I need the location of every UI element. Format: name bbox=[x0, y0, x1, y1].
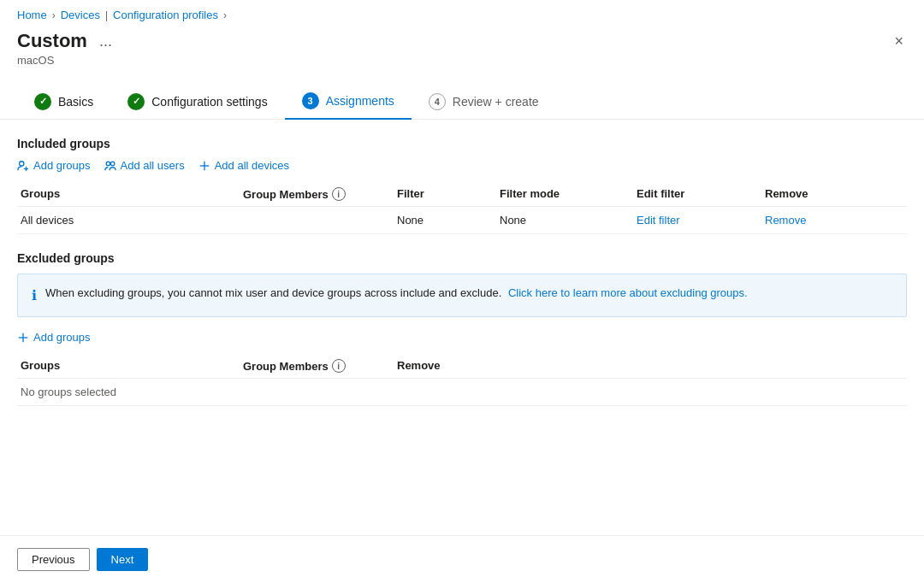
excl-group-members-info-icon[interactable]: i bbox=[332, 359, 346, 373]
table-row: All devices None None Edit filter Remove bbox=[17, 207, 907, 234]
excluded-groups-title: Excluded groups bbox=[17, 251, 907, 265]
step-basics-label: Basics bbox=[58, 95, 93, 109]
row-group-name: All devices bbox=[17, 214, 240, 227]
breadcrumb-sep-pipe: | bbox=[105, 9, 108, 21]
included-table-header: Groups Group Members i Filter Filter mod… bbox=[17, 182, 907, 207]
more-button[interactable]: ... bbox=[94, 31, 117, 52]
excl-col-group-members: Group Members i bbox=[240, 359, 394, 373]
group-members-info-icon[interactable]: i bbox=[332, 187, 346, 201]
step-config-label: Configuration settings bbox=[151, 95, 267, 109]
learn-more-link[interactable]: Click here to learn more about excluding… bbox=[508, 286, 748, 299]
edit-filter-link[interactable]: Edit filter bbox=[637, 214, 680, 227]
svg-point-0 bbox=[20, 161, 24, 165]
add-all-devices-button[interactable]: Add all devices bbox=[198, 159, 289, 172]
step-assignments-label: Assignments bbox=[326, 94, 394, 108]
close-button[interactable]: × bbox=[891, 30, 907, 52]
excluded-groups-section: Excluded groups ℹ When excluding groups,… bbox=[17, 251, 907, 406]
step-config[interactable]: ✓ Configuration settings bbox=[110, 86, 284, 119]
breadcrumb-sep2: › bbox=[223, 9, 227, 21]
add-all-devices-icon bbox=[198, 160, 210, 172]
excluded-add-groups-label: Add groups bbox=[33, 331, 91, 344]
excl-col-remove: Remove bbox=[394, 359, 479, 373]
col-remove: Remove bbox=[761, 187, 847, 201]
step-assignments[interactable]: 3 Assignments bbox=[285, 85, 412, 120]
col-group-members: Group Members i bbox=[240, 187, 394, 201]
row-filter-mode: None bbox=[496, 214, 633, 227]
page-subtitle: macOS bbox=[17, 54, 117, 67]
breadcrumb-sep1: › bbox=[52, 9, 56, 21]
included-groups-title: Included groups bbox=[17, 137, 907, 150]
page-header: Custom ... macOS × bbox=[0, 26, 924, 75]
included-actions-bar: Add groups Add all users Add all devices bbox=[17, 159, 907, 172]
add-all-devices-label: Add all devices bbox=[215, 159, 289, 172]
step-review-label: Review + create bbox=[453, 95, 539, 109]
add-all-users-icon bbox=[104, 160, 116, 172]
add-groups-label: Add groups bbox=[33, 159, 91, 172]
info-box-icon: ℹ bbox=[32, 286, 37, 306]
col-edit-filter: Edit filter bbox=[633, 187, 761, 201]
svg-point-4 bbox=[110, 162, 114, 165]
remove-link[interactable]: Remove bbox=[765, 214, 806, 227]
svg-point-3 bbox=[106, 162, 110, 165]
add-all-users-button[interactable]: Add all users bbox=[104, 159, 185, 172]
excl-col-groups: Groups bbox=[17, 359, 240, 373]
excluded-add-groups-button[interactable]: Add groups bbox=[17, 331, 91, 344]
step-review[interactable]: 4 Review + create bbox=[412, 86, 556, 119]
add-groups-button[interactable]: Add groups bbox=[17, 159, 91, 172]
excluded-table-header: Groups Group Members i Remove bbox=[17, 354, 907, 379]
row-filter: None bbox=[394, 214, 496, 227]
step-review-icon: 4 bbox=[429, 93, 446, 110]
step-config-icon: ✓ bbox=[127, 93, 145, 110]
add-groups-icon bbox=[17, 160, 29, 172]
col-groups: Groups bbox=[17, 187, 240, 201]
breadcrumb-home[interactable]: Home bbox=[17, 9, 47, 21]
col-filter: Filter bbox=[394, 187, 496, 201]
breadcrumb-config-profiles[interactable]: Configuration profiles bbox=[113, 9, 218, 21]
main-content: Included groups Add groups Add all users… bbox=[0, 120, 924, 423]
breadcrumb-devices[interactable]: Devices bbox=[61, 9, 100, 21]
add-all-users-label: Add all users bbox=[121, 159, 185, 172]
step-basics-icon: ✓ bbox=[34, 93, 51, 110]
wizard-steps: ✓ Basics ✓ Configuration settings 3 Assi… bbox=[0, 75, 924, 120]
included-table: Groups Group Members i Filter Filter mod… bbox=[17, 182, 907, 234]
breadcrumb: Home › Devices | Configuration profiles … bbox=[0, 0, 924, 26]
info-box-text: When excluding groups, you cannot mix us… bbox=[45, 285, 748, 302]
no-groups-message: No groups selected bbox=[17, 379, 907, 406]
row-edit-filter-link[interactable]: Edit filter bbox=[633, 214, 761, 227]
row-remove-link[interactable]: Remove bbox=[761, 214, 847, 227]
excluded-add-groups-icon bbox=[17, 332, 29, 344]
page-title: Custom bbox=[17, 30, 87, 52]
step-assignments-icon: 3 bbox=[302, 92, 319, 109]
col-filter-mode: Filter mode bbox=[496, 187, 633, 201]
info-box: ℹ When excluding groups, you cannot mix … bbox=[17, 274, 907, 317]
step-basics[interactable]: ✓ Basics bbox=[17, 86, 110, 119]
excluded-table: Groups Group Members i Remove No groups … bbox=[17, 354, 907, 406]
page-title-block: Custom ... macOS bbox=[17, 30, 117, 67]
